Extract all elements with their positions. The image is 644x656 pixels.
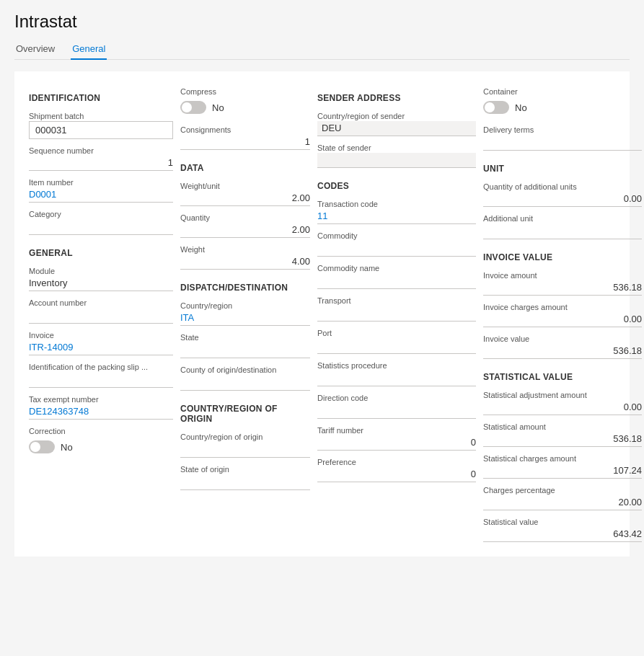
section-country-origin: COUNTRY/REGION OF ORIGIN xyxy=(180,404,310,424)
field-module: Module xyxy=(29,262,173,291)
stat-charges-input[interactable] xyxy=(483,464,642,479)
field-weight-unit: Weight/unit xyxy=(180,177,310,206)
country-region-origin-value xyxy=(180,442,310,458)
container-toggle[interactable] xyxy=(483,101,509,114)
field-compress: Compress No xyxy=(180,83,310,118)
weight-input[interactable] xyxy=(180,254,310,270)
compress-toggle[interactable] xyxy=(180,101,206,114)
charges-pct-input[interactable] xyxy=(483,495,642,510)
field-county-origin: County of origin/destination xyxy=(180,361,310,391)
additional-unit-value xyxy=(483,223,642,239)
invoice-input[interactable] xyxy=(29,340,173,355)
invoice-charges-amount-input[interactable] xyxy=(483,312,642,327)
column-4: Container No Delivery terms UNIT Quantit… xyxy=(483,83,642,545)
consignments-input[interactable] xyxy=(180,135,310,150)
field-preference: Preference xyxy=(317,453,476,482)
module-input[interactable] xyxy=(29,276,173,291)
stat-amount-input[interactable] xyxy=(483,432,642,447)
invoice-value-input[interactable] xyxy=(483,344,642,359)
section-data: DATA xyxy=(180,163,310,173)
field-packing-slip: Identification of the packing slip ... xyxy=(29,358,173,388)
container-toggle-label: No xyxy=(515,102,527,113)
compress-toggle-row: No xyxy=(180,101,310,114)
field-tax-exempt: Tax exempt number xyxy=(29,391,173,420)
item-number-input[interactable] xyxy=(29,187,173,203)
account-number-value xyxy=(29,308,173,324)
field-account-number: Account number xyxy=(29,294,173,324)
country-sender-input[interactable] xyxy=(317,121,476,136)
field-stat-amount: Statistical amount xyxy=(483,418,642,447)
field-additional-unit: Additional unit xyxy=(483,210,642,239)
page-title: Intrastat xyxy=(14,12,630,32)
correction-toggle[interactable] xyxy=(29,440,55,453)
direction-code-value xyxy=(317,403,476,419)
correction-toggle-label: No xyxy=(61,442,73,453)
field-port: Port xyxy=(317,324,476,354)
stat-value-input[interactable] xyxy=(483,527,642,542)
state-of-origin-value xyxy=(180,474,310,490)
weight-unit-input[interactable] xyxy=(180,191,310,206)
tab-general[interactable]: General xyxy=(71,39,107,60)
section-unit: UNIT xyxy=(483,164,642,174)
field-delivery-terms: Delivery terms xyxy=(483,121,642,151)
field-weight: Weight xyxy=(180,241,310,270)
section-codes: CODES xyxy=(317,181,476,191)
field-qty-additional: Quantity of additional units xyxy=(483,178,642,207)
state-sender-input[interactable] xyxy=(317,153,476,168)
column-2: Compress No Consignments DATA Weight/uni… xyxy=(180,83,310,545)
field-quantity: Quantity xyxy=(180,209,310,238)
qty-additional-input[interactable] xyxy=(483,192,642,207)
field-correction: Correction No xyxy=(29,422,173,458)
field-stat-charges: Statistical charges amount xyxy=(483,450,642,479)
field-container: Container No xyxy=(483,83,642,118)
compress-toggle-label: No xyxy=(212,102,224,113)
main-content: IDENTIFICATION Shipment batch Sequence n… xyxy=(14,71,630,557)
correction-toggle-knob xyxy=(30,442,40,452)
tab-overview[interactable]: Overview xyxy=(14,39,56,60)
tax-exempt-input[interactable] xyxy=(29,404,173,420)
column-3: SENDER ADDRESS Country/region of sender … xyxy=(317,83,476,545)
section-general: GENERAL xyxy=(29,248,173,258)
quantity-input[interactable] xyxy=(180,223,310,238)
transport-value xyxy=(317,306,476,322)
transaction-code-input[interactable] xyxy=(317,209,476,224)
field-state-sender: State of sender xyxy=(317,139,476,168)
field-invoice-amount: Invoice amount xyxy=(483,267,642,296)
field-state: State xyxy=(180,329,310,358)
field-country-region-origin: Country/region of origin xyxy=(180,428,310,458)
field-transaction-code: Transaction code xyxy=(317,195,476,224)
field-consignments: Consignments xyxy=(180,121,310,150)
field-tariff-number: Tariff number xyxy=(317,422,476,451)
invoice-amount-input[interactable] xyxy=(483,280,642,296)
container-toggle-row: No xyxy=(483,101,642,114)
field-shipment-batch: Shipment batch xyxy=(29,107,173,139)
country-region-input[interactable] xyxy=(180,311,310,326)
field-direction-code: Direction code xyxy=(317,389,476,419)
correction-toggle-row: No xyxy=(29,440,173,453)
field-charges-pct: Charges percentage xyxy=(483,482,642,510)
sequence-number-input[interactable] xyxy=(29,156,173,171)
commodity-name-value xyxy=(317,273,476,289)
section-identification: IDENTIFICATION xyxy=(29,93,173,103)
field-statistics-procedure: Statistics procedure xyxy=(317,357,476,386)
section-invoice-value: INVOICE VALUE xyxy=(483,252,642,262)
tariff-number-input[interactable] xyxy=(317,435,476,451)
field-category: Category xyxy=(29,205,173,235)
county-origin-value xyxy=(180,375,310,391)
field-country-region: Country/region xyxy=(180,297,310,326)
commodity-value xyxy=(317,241,476,257)
field-country-sender: Country/region of sender xyxy=(317,107,476,136)
container-toggle-knob xyxy=(485,102,495,112)
shipment-batch-input[interactable] xyxy=(29,121,173,139)
section-dispatch: DISPATCH/DESTINATION xyxy=(180,283,310,293)
port-value xyxy=(317,338,476,354)
field-stat-adjustment: Statistical adjustment amount xyxy=(483,386,642,415)
field-stat-value: Statistical value xyxy=(483,513,642,542)
preference-input[interactable] xyxy=(317,467,476,482)
tab-bar: Overview General xyxy=(14,39,630,60)
stat-adjustment-input[interactable] xyxy=(483,400,642,415)
section-statistical-value: STATISTICAL VALUE xyxy=(483,372,642,382)
packing-slip-value xyxy=(29,372,173,388)
delivery-terms-value xyxy=(483,135,642,151)
field-commodity-name: Commodity name xyxy=(317,260,476,289)
